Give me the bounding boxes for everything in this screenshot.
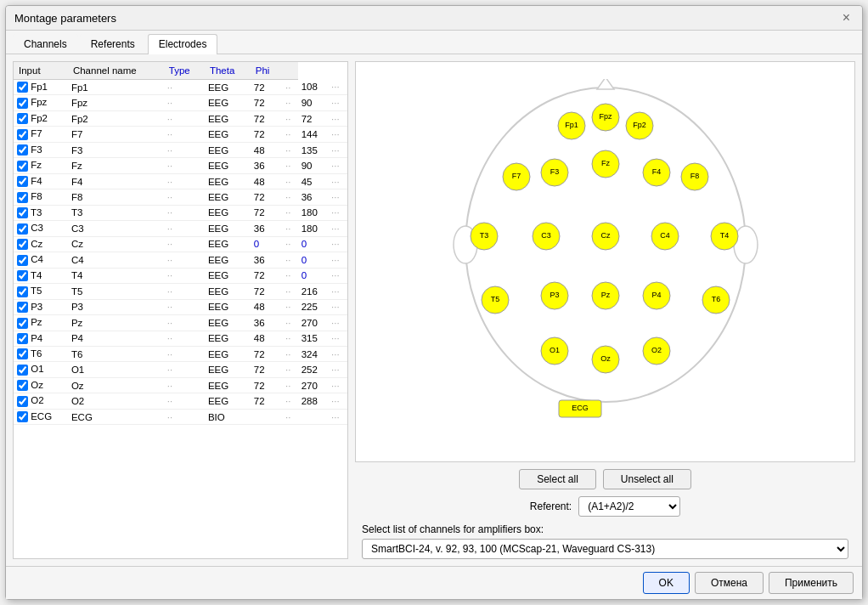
col-theta: Theta bbox=[205, 62, 251, 80]
row-type: EEG bbox=[205, 189, 251, 205]
tab-electrodes[interactable]: Electrodes bbox=[148, 34, 218, 54]
row-checkbox[interactable] bbox=[17, 255, 28, 266]
row-dots-3: ··· bbox=[328, 409, 347, 424]
electrode-F8[interactable]: F8 bbox=[681, 163, 708, 190]
row-dots-1: ·· bbox=[164, 393, 205, 409]
ok-button[interactable]: OK bbox=[643, 572, 690, 594]
row-dots-2: ·· bbox=[282, 252, 298, 268]
electrode-T6[interactable]: T6 bbox=[702, 286, 730, 314]
cancel-button[interactable]: Отмена bbox=[695, 572, 764, 594]
electrode-O1[interactable]: O1 bbox=[541, 337, 568, 365]
electrode-O2[interactable]: O2 bbox=[643, 337, 670, 365]
electrode-label-Fp1: Fp1 bbox=[565, 121, 578, 129]
row-checkbox[interactable] bbox=[17, 270, 28, 281]
table-row: T5T5··EEG72··216··· bbox=[14, 284, 347, 299]
row-checkbox[interactable] bbox=[17, 380, 28, 391]
close-button[interactable]: × bbox=[839, 11, 854, 25]
row-type: EEG bbox=[205, 252, 251, 268]
row-dots-2: ·· bbox=[282, 346, 298, 361]
electrode-F3[interactable]: F3 bbox=[541, 159, 568, 186]
row-checkbox[interactable] bbox=[17, 348, 28, 359]
table-row: OzOz··EEG72··270··· bbox=[14, 377, 347, 393]
row-checkbox-cell: Cz bbox=[14, 236, 68, 252]
table-row: FpzFpz··EEG72··90··· bbox=[14, 95, 347, 110]
right-panel: Fp1FpzFp2F7F3FzF4F8T3C3CzC4T4T5P3PzP4T6O… bbox=[355, 61, 855, 559]
row-dots-3: ··· bbox=[328, 346, 347, 361]
electrode-C3[interactable]: C3 bbox=[533, 223, 560, 250]
row-checkbox[interactable] bbox=[17, 161, 28, 172]
row-checkbox[interactable] bbox=[17, 129, 28, 140]
row-type: EEG bbox=[205, 299, 251, 314]
row-phi: 144 bbox=[298, 127, 328, 142]
row-checkbox[interactable] bbox=[17, 365, 28, 376]
electrode-P4[interactable]: P4 bbox=[643, 282, 670, 309]
row-checkbox[interactable] bbox=[17, 333, 28, 344]
electrode-F4[interactable]: F4 bbox=[643, 159, 670, 186]
table-row: F3F3··EEG48··135··· bbox=[14, 142, 347, 157]
row-checkbox[interactable] bbox=[17, 144, 28, 155]
electrode-label-T6: T6 bbox=[711, 295, 720, 303]
row-checkbox[interactable] bbox=[17, 192, 28, 203]
electrode-Fp2[interactable]: Fp2 bbox=[626, 112, 653, 139]
table-row: CzCz··EEG0··0··· bbox=[14, 236, 347, 252]
row-dots-3: ··· bbox=[328, 362, 347, 377]
row-checkbox[interactable] bbox=[17, 82, 28, 93]
row-checkbox[interactable] bbox=[17, 113, 28, 124]
row-channel: T4 bbox=[68, 268, 164, 283]
row-checkbox[interactable] bbox=[17, 286, 28, 297]
row-input-label: Pz bbox=[28, 317, 42, 327]
electrode-table-panel: Input Channel name Type Theta Phi Fp1Fp1… bbox=[13, 61, 348, 559]
row-dots-3: ··· bbox=[328, 268, 347, 283]
row-dots-2: ·· bbox=[282, 80, 298, 95]
apply-button[interactable]: Применить bbox=[769, 572, 854, 594]
row-checkbox[interactable] bbox=[17, 98, 28, 109]
row-channel: T3 bbox=[68, 205, 164, 220]
electrode-Cz[interactable]: Cz bbox=[592, 223, 619, 250]
electrode-Oz[interactable]: Oz bbox=[592, 346, 619, 373]
electrode-T3[interactable]: T3 bbox=[471, 223, 498, 250]
row-type: EEG bbox=[205, 284, 251, 299]
electrode-P3[interactable]: P3 bbox=[541, 282, 568, 309]
row-dots-1: ·· bbox=[164, 377, 205, 393]
tab-referents[interactable]: Referents bbox=[80, 34, 146, 54]
table-row: C4C4··EEG36··0··· bbox=[14, 252, 347, 268]
row-channel: P3 bbox=[68, 299, 164, 314]
row-channel: Fp1 bbox=[68, 80, 164, 95]
electrode-Fp1[interactable]: Fp1 bbox=[558, 112, 585, 139]
row-checkbox[interactable] bbox=[17, 207, 28, 218]
select-all-button[interactable]: Select all bbox=[519, 469, 596, 489]
row-checkbox[interactable] bbox=[17, 411, 28, 422]
electrode-Fz[interactable]: Fz bbox=[592, 150, 619, 178]
electrode-T4[interactable]: T4 bbox=[711, 223, 738, 250]
electrode-Fpz[interactable]: Fpz bbox=[592, 104, 619, 131]
row-checkbox[interactable] bbox=[17, 302, 28, 313]
row-dots-3: ··· bbox=[328, 393, 347, 409]
row-checkbox-cell: C4 bbox=[14, 252, 68, 268]
row-checkbox[interactable] bbox=[17, 396, 28, 407]
row-input-label: F3 bbox=[28, 144, 42, 155]
row-checkbox[interactable] bbox=[17, 239, 28, 250]
row-checkbox[interactable] bbox=[17, 318, 28, 329]
electrode-Pz[interactable]: Pz bbox=[592, 282, 619, 309]
electrode-F7[interactable]: F7 bbox=[503, 163, 530, 190]
tab-channels[interactable]: Channels bbox=[13, 34, 78, 54]
electrode-C4[interactable]: C4 bbox=[651, 223, 679, 250]
table-row: Fp1Fp1··EEG72··108··· bbox=[14, 80, 347, 95]
row-theta: 48 bbox=[251, 331, 282, 346]
row-checkbox[interactable] bbox=[17, 223, 28, 235]
amplifier-select[interactable]: SmartBCI-24, v. 92, 93, 100 (MCScap-21, … bbox=[362, 539, 848, 559]
row-type: EEG bbox=[205, 315, 251, 331]
unselect-all-button[interactable]: Unselect all bbox=[603, 469, 691, 489]
row-dots-2: ·· bbox=[282, 377, 298, 393]
row-channel: O1 bbox=[68, 362, 164, 377]
referent-select[interactable]: (A1+A2)/2CzAverage bbox=[578, 496, 680, 517]
row-checkbox-cell: F7 bbox=[14, 127, 68, 142]
row-checkbox[interactable] bbox=[17, 176, 28, 187]
row-phi: 72 bbox=[298, 110, 328, 126]
row-theta: 72 bbox=[251, 189, 282, 205]
table-row: PzPz··EEG36··270··· bbox=[14, 315, 347, 331]
electrode-label-T5: T5 bbox=[490, 295, 499, 303]
row-dots-3: ··· bbox=[328, 173, 347, 189]
electrode-T5[interactable]: T5 bbox=[482, 286, 509, 314]
row-dots-1: ·· bbox=[164, 284, 205, 299]
